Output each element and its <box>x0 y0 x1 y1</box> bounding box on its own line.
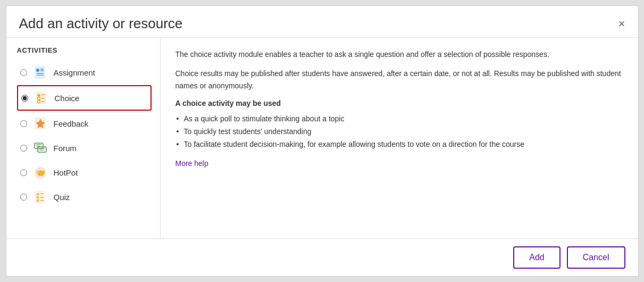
svg-rect-0 <box>35 67 45 78</box>
quiz-label: Quiz <box>54 193 70 202</box>
feedback-label: Feedback <box>54 119 89 128</box>
radio-quiz[interactable] <box>20 194 27 201</box>
activity-item-quiz[interactable]: Quiz <box>17 185 152 209</box>
svg-text:🤝: 🤝 <box>36 169 45 178</box>
description-panel: The choice activity module enables a tea… <box>161 38 638 238</box>
radio-assignment[interactable] <box>20 69 27 76</box>
usage-heading: A choice activity may be used <box>175 99 623 107</box>
radio-forum[interactable] <box>20 145 27 152</box>
dialog-header: Add an activity or resource × <box>6 6 638 38</box>
activity-item-assignment[interactable]: Assignment <box>17 61 152 84</box>
description-paragraph2: Choice results may be published after st… <box>175 68 623 92</box>
svg-rect-15 <box>35 143 43 148</box>
add-button[interactable]: Add <box>513 246 560 269</box>
dialog-title: Add an activity or resource <box>19 15 183 32</box>
svg-point-24 <box>36 193 39 196</box>
usage-list: As a quick poll to stimulate thinking ab… <box>175 113 623 151</box>
usage-item-1: As a quick poll to stimulate thinking ab… <box>175 113 623 126</box>
svg-point-1 <box>36 69 39 72</box>
svg-rect-18 <box>38 147 46 152</box>
quiz-icon <box>32 189 48 205</box>
add-activity-dialog: Add an activity or resource × ACTIVITIES <box>6 5 639 277</box>
activity-item-feedback[interactable]: Feedback <box>17 112 152 135</box>
choice-label: Choice <box>55 94 80 103</box>
assignment-label: Assignment <box>54 68 95 77</box>
activity-item-forum[interactable]: Forum <box>17 136 152 160</box>
activities-panel: ACTIVITIES Assignment <box>6 38 161 238</box>
close-button[interactable]: × <box>618 18 625 30</box>
dialog-footer: Add Cancel <box>6 238 638 276</box>
activity-item-choice[interactable]: Choice <box>17 85 152 111</box>
svg-point-26 <box>36 196 39 199</box>
radio-hotpot[interactable] <box>20 169 27 176</box>
hotpot-icon: 🤝 <box>32 164 48 180</box>
radio-choice[interactable] <box>21 95 28 102</box>
forum-icon <box>32 140 48 156</box>
hotpot-label: HotPot <box>54 168 78 177</box>
choice-icon <box>34 90 49 106</box>
feedback-icon <box>32 115 48 131</box>
forum-label: Forum <box>54 144 77 153</box>
assignment-icon <box>32 64 48 80</box>
radio-feedback[interactable] <box>20 120 27 127</box>
activity-item-hotpot[interactable]: 🤝 HotPot <box>17 161 152 184</box>
svg-point-7 <box>37 94 40 97</box>
more-help-link[interactable]: More help <box>175 159 208 168</box>
description-paragraph1: The choice activity module enables a tea… <box>175 48 623 60</box>
usage-item-3: To facilitate student decision-making, f… <box>175 138 623 151</box>
svg-point-28 <box>36 200 39 202</box>
dialog-body: ACTIVITIES Assignment <box>6 38 638 238</box>
activities-section-label: ACTIVITIES <box>17 46 152 54</box>
cancel-button[interactable]: Cancel <box>567 246 625 269</box>
usage-item-2: To quickly test students' understanding <box>175 126 623 138</box>
